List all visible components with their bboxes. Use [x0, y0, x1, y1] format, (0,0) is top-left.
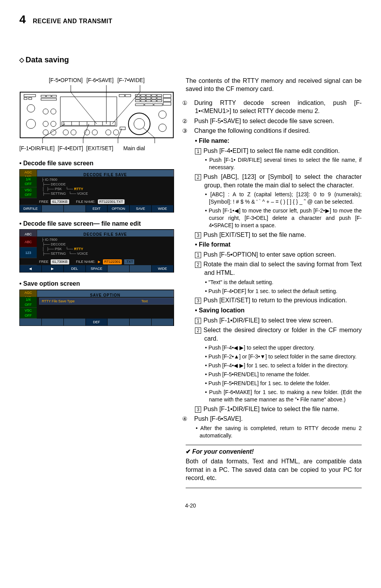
svg-rect-30	[163, 94, 171, 98]
f	[152, 319, 174, 326]
boxff1: 1	[195, 252, 201, 258]
sl-step-2: 2Select the desired directory or folder …	[186, 326, 362, 343]
svg-rect-23	[141, 100, 145, 102]
step3-text: Change the following conditions if desir…	[194, 127, 310, 134]
svg-rect-31	[163, 98, 171, 101]
svg-rect-21	[157, 97, 162, 99]
svg-rect-14	[146, 94, 151, 96]
svg-rect-20	[152, 97, 156, 99]
svg-point-34	[134, 118, 145, 129]
fileformat-head: • File format	[195, 241, 231, 248]
step4-text: Push [F-6•SAVE].	[194, 415, 243, 422]
free-value: 61,730KB	[51, 259, 69, 264]
fn-step-3: 3Push [EXIT/SET] to set the file name.	[186, 231, 362, 239]
ff2-bullet1: • "Text" is the default setting.	[186, 279, 362, 286]
opt-label: RTTY File Save Type	[42, 299, 75, 303]
boxsl1: 1	[195, 318, 201, 324]
chapter-number: 4	[19, 12, 26, 27]
cursor-icon: ▶	[98, 259, 101, 264]
svg-rect-55	[46, 95, 51, 97]
svg-rect-54	[41, 95, 46, 97]
svg-point-37	[27, 105, 35, 112]
check-icon: ✔	[186, 448, 191, 455]
step2-text: Push [F-5•SAVE] to select decode file sa…	[194, 118, 334, 124]
fn2-text: Push [ABC], [123] or [Symbol] to select …	[203, 173, 362, 189]
svg-rect-15	[152, 94, 156, 96]
divider	[186, 488, 362, 488]
ff2-bullet2: • Push [F-4•DEF] for 1 sec. to select th…	[186, 288, 362, 295]
decode-file-save-screen: AGCMID DECODE FILE SAVE 1/4OFF VSCOFF ├ …	[19, 169, 174, 213]
svg-point-40	[51, 109, 56, 114]
fn-step-2: 2Push [ABC], [123] or [Symbol] to select…	[186, 173, 362, 189]
box3: 3	[195, 232, 201, 238]
bot-label-1: [F-4•EDIT]	[58, 145, 83, 152]
svg-point-38	[26, 119, 36, 129]
boxff2: 2	[195, 262, 201, 268]
f	[64, 319, 86, 326]
fn-step-1: 1Push [F-4•EDIT] to select file name edi…	[186, 147, 362, 155]
bot-label-0: [F-1•DIR/FILE]	[19, 145, 55, 152]
svg-point-35	[159, 111, 166, 118]
radio-diagram: [F-5•OPTION] [F-6•SAVE] [F-7•WIDE]	[19, 77, 174, 153]
ff-step-1: 1Push [F-5•OPTION] to enter save option …	[186, 250, 362, 259]
svg-point-46	[71, 130, 76, 135]
f: WIDE	[152, 205, 174, 212]
svg-point-42	[51, 121, 56, 127]
t: IC-7800	[45, 178, 57, 182]
svg-rect-51	[24, 94, 36, 97]
screen3-heading: • Save option screen	[19, 279, 174, 288]
ff-step-2: 2Rotate the main dial to select the savi…	[186, 260, 362, 277]
svg-rect-56	[52, 95, 56, 97]
svg-rect-13	[141, 94, 145, 96]
t: RTTY	[74, 187, 83, 191]
svg-rect-53	[29, 98, 32, 99]
svg-rect-32	[163, 102, 171, 105]
f: DEL	[64, 265, 86, 272]
fn1-bullet: • Push [F-1• DIR/FILE] several times to …	[186, 156, 362, 171]
svg-point-39	[43, 109, 48, 114]
svg-rect-57	[41, 98, 56, 100]
svg-rect-58	[120, 127, 125, 130]
screen2-heading: • Decode file save screen— file name edi…	[19, 219, 174, 228]
divider	[186, 445, 362, 445]
screen3-footer: DEF	[20, 319, 174, 326]
f: DIR/FILE	[20, 205, 42, 212]
screen1-heading: • Decode file save screen	[19, 159, 174, 168]
lbl: OFF	[25, 302, 32, 307]
f: OPTION	[108, 205, 130, 212]
save-option-screen: AGCMID SAVE OPTION 1/4OFF VSCOFF RTTY Fi…	[19, 290, 174, 326]
f: WIDE	[152, 265, 174, 272]
f	[64, 205, 86, 212]
svg-point-49	[106, 130, 111, 135]
f	[130, 265, 152, 272]
fname-label: FILE NAME:	[76, 199, 96, 204]
lbl: 123	[20, 247, 37, 258]
svg-rect-22	[135, 100, 140, 102]
t: VOICE	[77, 192, 88, 195]
f: DEF	[86, 319, 108, 326]
step-2: ②Push [F-5•SAVE] to select decode file s…	[186, 117, 362, 125]
svg-point-50	[113, 130, 119, 135]
boxff3: 3	[195, 298, 201, 304]
top-label-2: [F-7•WIDE]	[118, 77, 145, 84]
t: RTTY	[74, 247, 83, 251]
sl2-b3: • Push [F-4•◀ ▶] for 1 sec. to select a …	[186, 362, 362, 369]
svg-point-43	[43, 130, 48, 135]
lbl: AGC	[24, 170, 32, 175]
sl2-b2: • Push [F-2•▲] or [F-3•▼] to select fold…	[186, 353, 362, 360]
svg-point-41	[43, 121, 48, 127]
f	[108, 265, 130, 272]
svg-rect-17	[135, 97, 140, 99]
tip-body: Both of data formats, Text and HTML, are…	[186, 457, 362, 482]
svg-point-48	[92, 130, 97, 135]
fname-ext: .TXT	[124, 259, 134, 264]
ff3-text: Push [EXIT/SET] to return to the previou…	[203, 297, 347, 303]
tip-heading: ✔For your convenient!	[186, 447, 362, 456]
f: SPACE	[86, 265, 108, 272]
lbl: 1/4	[26, 297, 31, 302]
svg-rect-10	[119, 94, 125, 97]
page-footer: 4-20	[19, 502, 362, 509]
svg-rect-16	[157, 94, 162, 96]
lbl: VSC	[25, 308, 32, 313]
sl-step-3: 3Push [F-1•DIR/FILE] twice to select the…	[186, 405, 362, 413]
